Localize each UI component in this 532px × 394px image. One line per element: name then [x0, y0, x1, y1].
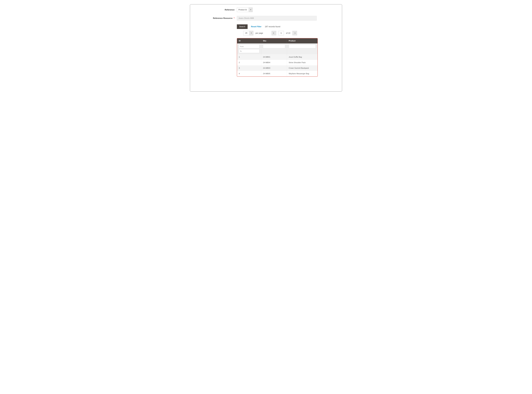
cell-product: Strive Shoulder Pack — [287, 60, 317, 65]
cell-product: Wayfarer Messenger Bag — [287, 71, 317, 76]
grid-header-row: ID Sku Product — [237, 38, 317, 43]
required-star: * — [234, 17, 235, 19]
per-page-value: 20 — [243, 31, 249, 35]
cell-id: 1 — [237, 54, 261, 60]
records-found: 187 records found — [265, 26, 280, 28]
cell-sku: 24-MB01 — [261, 54, 287, 60]
current-page-input[interactable] — [278, 31, 284, 35]
chevron-right-icon — [294, 32, 296, 34]
table-row[interactable]: 2 24-MB04 Strive Shoulder Pack — [237, 60, 317, 65]
per-page-label: per page — [256, 32, 263, 34]
per-page-caret[interactable] — [249, 31, 253, 35]
next-page-button[interactable] — [292, 31, 297, 35]
admin-panel: Reference Product Id Reference Resource … — [190, 4, 342, 92]
header-sku[interactable]: Sku — [261, 38, 287, 43]
filter-id-to[interactable] — [239, 49, 259, 53]
cell-id: 2 — [237, 60, 261, 65]
cell-product: Crown Summit Backpack — [287, 65, 317, 71]
header-product[interactable]: Product — [287, 38, 317, 43]
cell-id: 4 — [237, 71, 261, 76]
search-button[interactable]: Search — [237, 24, 248, 29]
header-id[interactable]: ID — [237, 38, 261, 43]
page-of-label: of 10 — [286, 32, 290, 34]
resource-label: Reference Resource — [213, 17, 233, 19]
filter-sku[interactable] — [263, 45, 285, 48]
prev-page-button[interactable] — [271, 31, 276, 35]
filter-id-from[interactable] — [239, 45, 259, 48]
reference-select-caret[interactable] — [249, 8, 252, 12]
reference-select-value: Product Id — [237, 8, 249, 12]
chevron-left-icon — [273, 32, 275, 34]
caret-down-icon — [250, 10, 251, 10]
cell-product: Joust Duffle Bag — [287, 54, 317, 60]
grid-filter-row — [237, 43, 317, 54]
table-row[interactable]: 3 24-MB03 Crown Summit Backpack — [237, 65, 317, 71]
action-row: Search Reset Filter 187 records found — [237, 24, 340, 29]
resource-row: Reference Resource * Jeans Shorts M88 — [192, 16, 340, 21]
filter-product[interactable] — [289, 45, 316, 48]
cell-id: 3 — [237, 65, 261, 71]
cell-sku: 24-MB04 — [261, 60, 287, 65]
resource-input: Jeans Shorts M88 — [237, 16, 317, 21]
product-grid: ID Sku Product — [237, 38, 317, 76]
product-grid-frame: ID Sku Product — [237, 38, 318, 77]
table-row[interactable]: 1 24-MB01 Joust Duffle Bag — [237, 54, 317, 60]
cell-sku: 24-MB05 — [261, 71, 287, 76]
reference-row: Reference Product Id — [192, 8, 340, 12]
cell-sku: 24-MB03 — [261, 65, 287, 71]
table-row[interactable]: 4 24-MB05 Wayfarer Messenger Bag — [237, 71, 317, 76]
caret-down-icon — [251, 33, 252, 33]
reset-filter-button[interactable]: Reset Filter — [251, 26, 261, 28]
reference-select[interactable]: Product Id — [237, 8, 253, 12]
resource-label-col: Reference Resource * — [192, 17, 237, 19]
per-page-select[interactable]: 20 — [243, 31, 253, 35]
reference-label: Reference — [192, 9, 237, 11]
pager-row: 20 per page of 10 — [243, 31, 340, 35]
